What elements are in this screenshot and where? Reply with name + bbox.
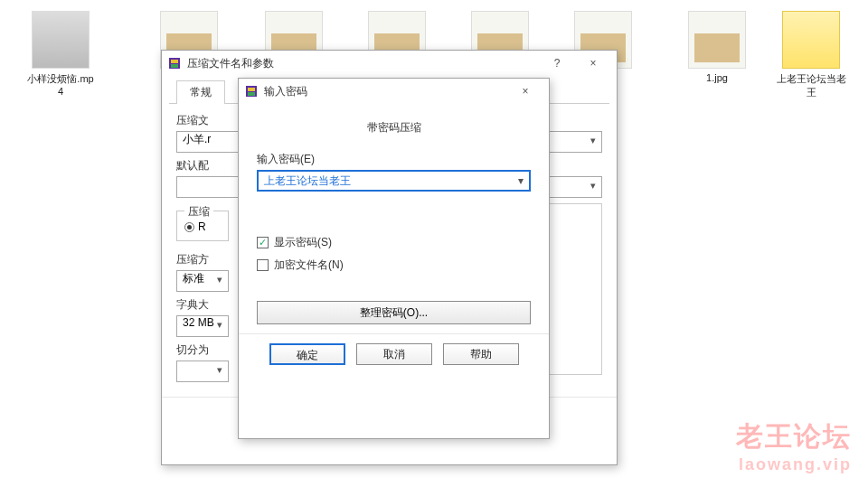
tab-general[interactable]: 常规 — [176, 80, 225, 104]
image-thumbnail-icon — [688, 11, 746, 69]
dict-select[interactable]: 32 MB — [176, 315, 229, 337]
split-input[interactable] — [176, 361, 229, 382]
method-label: 压缩方 — [176, 252, 229, 267]
password-dialog: 输入密码 × 带密码压缩 输入密码(E) 显示密码(S) 加密文件名(N) 整理… — [238, 78, 550, 439]
desktop-file[interactable]: 上老王论坛当老王 — [774, 11, 848, 99]
watermark-line1: 老王论坛 — [736, 418, 852, 455]
titlebar: 输入密码 × — [239, 79, 549, 104]
method-value: 标准 — [183, 272, 204, 285]
password-field[interactable] — [264, 172, 509, 190]
watermark: 老王论坛 laowang.vip — [736, 418, 852, 474]
folder-icon — [782, 11, 840, 69]
dialog-title: 输入密码 — [264, 84, 507, 99]
desktop-file[interactable]: 小样没烦恼.mp4 — [24, 11, 98, 97]
video-thumbnail-icon — [32, 11, 90, 69]
help-button[interactable]: ? — [539, 52, 575, 74]
format-rar-radio[interactable]: R — [184, 220, 221, 233]
watermark-line2: laowang.vip — [736, 455, 852, 474]
archive-name-value: 小羊.r — [183, 133, 211, 145]
svg-rect-5 — [248, 92, 255, 96]
file-name: 上老王论坛当老王 — [774, 72, 848, 99]
ok-button[interactable]: 确定 — [269, 343, 345, 365]
password-label: 输入密码(E) — [257, 152, 531, 167]
cancel-button[interactable]: 取消 — [356, 343, 432, 365]
checkbox-icon — [257, 259, 269, 271]
dict-value: 32 MB — [183, 316, 214, 329]
radio-checked-icon — [184, 222, 194, 232]
svg-rect-1 — [171, 60, 178, 63]
dict-label: 字典大 — [176, 297, 229, 313]
file-name: 1.jpg — [680, 72, 754, 83]
password-input[interactable] — [257, 170, 531, 192]
rar-app-icon — [244, 84, 259, 98]
encrypt-names-label: 加密文件名(N) — [274, 258, 344, 273]
subtitle: 带密码压缩 — [257, 120, 531, 136]
format-legend: 压缩 — [184, 204, 213, 220]
show-password-checkbox[interactable]: 显示密码(S) — [257, 235, 332, 250]
split-label: 切分为 — [176, 342, 229, 358]
rar-app-icon — [167, 56, 182, 70]
dialog-buttons: 确定 取消 帮助 — [239, 333, 549, 374]
file-name: 小样没烦恼.mp4 — [24, 72, 98, 97]
help-button[interactable]: 帮助 — [443, 343, 519, 365]
show-password-label: 显示密码(S) — [274, 235, 332, 250]
desktop-file[interactable]: 1.jpg — [680, 11, 754, 83]
svg-rect-4 — [248, 88, 255, 91]
titlebar: 压缩文件名和参数 ? × — [162, 51, 617, 76]
manage-passwords-button[interactable]: 整理密码(O)... — [257, 301, 531, 324]
format-groupbox: 压缩 R — [176, 211, 229, 241]
close-button[interactable]: × — [575, 52, 611, 74]
method-select[interactable]: 标准 — [176, 270, 229, 292]
close-button[interactable]: × — [507, 80, 543, 102]
checkbox-checked-icon — [257, 237, 269, 248]
format-rar-label: R — [198, 220, 206, 233]
dialog-title: 压缩文件名和参数 — [187, 56, 539, 71]
svg-rect-2 — [171, 64, 178, 68]
encrypt-names-checkbox[interactable]: 加密文件名(N) — [257, 258, 344, 273]
